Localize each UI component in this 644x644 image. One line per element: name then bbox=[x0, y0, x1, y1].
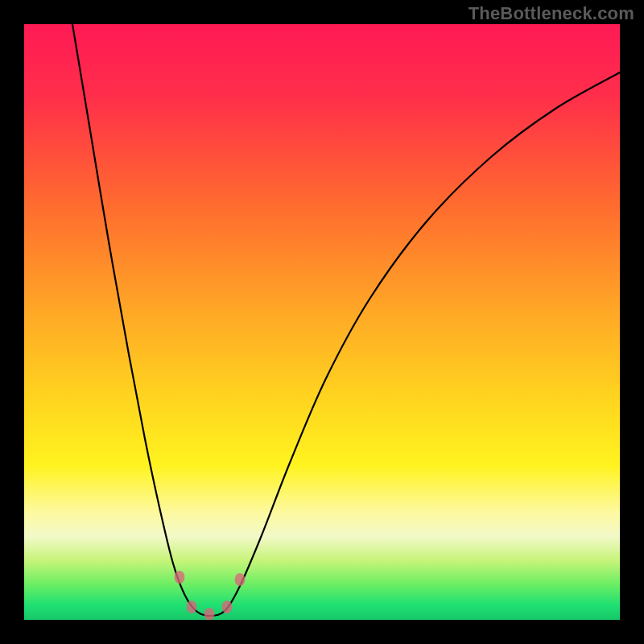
curve-marker bbox=[187, 601, 197, 613]
curve-marker bbox=[204, 608, 215, 620]
curve-marker bbox=[235, 573, 246, 586]
watermark-text: TheBottleneck.com bbox=[469, 3, 634, 24]
curve-marker bbox=[222, 601, 233, 613]
bottleneck-curve bbox=[72, 24, 620, 616]
curve-layer bbox=[24, 24, 620, 620]
chart-frame: TheBottleneck.com bbox=[0, 0, 644, 644]
curve-marker bbox=[175, 571, 185, 584]
plot-area bbox=[24, 24, 620, 620]
